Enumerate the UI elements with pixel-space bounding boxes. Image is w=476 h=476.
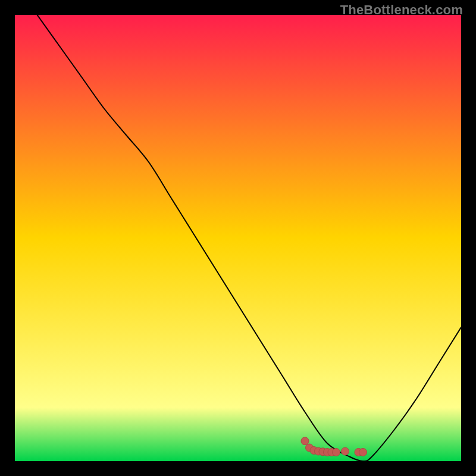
marker-point [333,449,340,456]
chart-frame: TheBottleneck.com [0,0,476,476]
gradient-background [15,15,461,461]
plot-area [15,15,461,461]
marker-point [359,449,367,456]
marker-point [301,437,309,445]
chart-svg [15,15,461,461]
marker-point [342,447,349,455]
